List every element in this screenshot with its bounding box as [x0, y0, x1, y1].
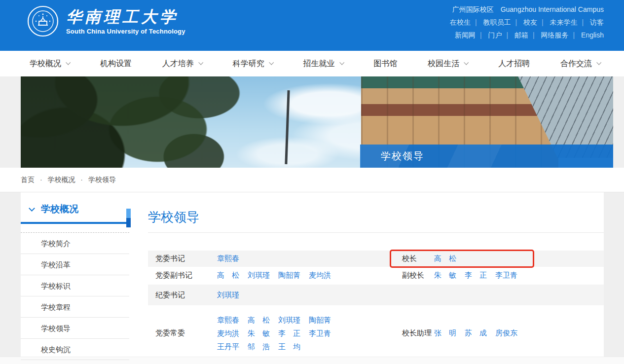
- row-label: 纪委书记: [148, 291, 217, 300]
- sidebar-header[interactable]: 学校概况: [21, 203, 129, 224]
- banner-title: 学校领导: [381, 149, 424, 163]
- name-list: 麦均洪朱 敏李 正李卫青: [217, 327, 339, 340]
- nav-item-education[interactable]: 人才培养: [162, 59, 202, 69]
- sidebar-item-school-identity[interactable]: 学校标识: [21, 275, 129, 296]
- leader-name-link[interactable]: 麦均洪: [309, 271, 331, 279]
- row-label: 校长: [390, 254, 434, 263]
- name-list: 朱 敏李 正李卫青: [434, 271, 526, 280]
- leader-name-link[interactable]: 高 松: [248, 316, 270, 324]
- link-network-services[interactable]: 网络服务: [541, 31, 569, 39]
- content-area: 学校领导 党委书记 章熙春 校长 高 松 党委副书记: [129, 192, 604, 357]
- sidebar-header-label: 学校概况: [41, 203, 78, 216]
- link-portal[interactable]: 门户: [488, 31, 502, 39]
- leader-name-link[interactable]: 张 明: [434, 328, 456, 337]
- name-list: 王丹平邹 浩王 均: [217, 340, 339, 353]
- leader-name-link[interactable]: 高 松: [434, 254, 456, 262]
- table-row: 党委常委 章熙春高 松刘琪瑾陶韶菁 麦均洪朱 敏李 正李卫青 王丹平邹 浩王 均…: [148, 305, 604, 361]
- link-news[interactable]: 新闻网: [455, 31, 476, 39]
- chevron-down-icon: [198, 60, 203, 65]
- breadcrumb-school-overview[interactable]: 学校概况: [47, 176, 75, 183]
- separator: |: [533, 31, 535, 39]
- link-future-students[interactable]: 未来学生: [550, 18, 577, 26]
- nav-label: 人才培养: [162, 59, 194, 69]
- nav-item-research[interactable]: 科学研究: [233, 59, 273, 69]
- chevron-down-icon: [269, 60, 274, 65]
- university-logo[interactable]: 华南理工大学 South China University of Technol…: [27, 5, 185, 37]
- name-list: 刘琪瑾: [217, 291, 248, 300]
- separator: |: [475, 18, 477, 26]
- leader-name-link[interactable]: 李 正: [278, 329, 300, 337]
- nav-item-admissions[interactable]: 招生就业: [303, 59, 343, 69]
- link-faculty-staff[interactable]: 教职员工: [483, 18, 511, 26]
- topbar-row-campus: 广州国际校区 Guangzhou International Campus: [450, 3, 604, 16]
- row-label: 校长助理: [390, 328, 434, 338]
- banner-ribbon: 学校领导: [360, 145, 613, 168]
- sidebar-item-school-history[interactable]: 学校沿革: [21, 254, 129, 275]
- leader-name-link[interactable]: 李 正: [465, 271, 487, 279]
- nav-item-campus-life[interactable]: 校园生活: [428, 59, 468, 69]
- leader-name-link[interactable]: 邹 浩: [248, 342, 270, 351]
- sidebar-scroll-indicator-dark[interactable]: [126, 218, 131, 227]
- campus-link-zh[interactable]: 广州国际校区: [452, 5, 494, 13]
- cell-president: 校长 高 松: [390, 251, 604, 267]
- nav-item-recruitment[interactable]: 人才招聘: [498, 59, 530, 69]
- leader-name-link[interactable]: 高 松: [217, 271, 239, 279]
- leader-name-link[interactable]: 苏 成: [465, 328, 487, 337]
- nav-item-school-overview[interactable]: 学校概况: [30, 59, 70, 69]
- separator: |: [573, 31, 575, 39]
- leader-name-link[interactable]: 王 均: [278, 342, 300, 351]
- divider: [148, 232, 604, 233]
- cell-deputy-party-secretaries: 党委副书记 高 松刘琪瑾陶韶菁麦均洪: [148, 267, 390, 284]
- nav-item-library[interactable]: 图书馆: [373, 59, 397, 69]
- leader-name-link[interactable]: 房俊东: [495, 328, 517, 337]
- table-row: 党委副书记 高 松刘琪瑾陶韶菁麦均洪 副校长 朱 敏李 正李卫青: [148, 267, 604, 284]
- link-mail[interactable]: 邮箱: [514, 31, 528, 39]
- leader-name-link[interactable]: 刘琪瑾: [248, 271, 270, 279]
- nav-label: 图书馆: [373, 59, 397, 69]
- topbar-row-audience: 在校生| 教职员工| 校友| 未来学生| 访客: [450, 16, 604, 29]
- nav-item-organizations[interactable]: 机构设置: [100, 59, 132, 69]
- chevron-down-icon: [464, 60, 469, 65]
- leader-name-link[interactable]: 刘琪瑾: [217, 291, 239, 299]
- site-header: 华南理工大学 South China University of Technol…: [0, 0, 624, 51]
- leader-name-link[interactable]: 章熙春: [217, 316, 239, 324]
- cell-party-secretary: 党委书记 章熙春: [148, 251, 390, 267]
- leader-name-link[interactable]: 麦均洪: [217, 329, 239, 337]
- sidebar: 学校概况 学校简介 学校沿革 学校标识 学校章程 学校领导 校史钩沉: [21, 192, 129, 357]
- row-label: 副校长: [390, 271, 434, 280]
- row-label: 党委常委: [148, 328, 217, 338]
- banner-strip: 学校领导: [0, 76, 624, 168]
- breadcrumb: 首页 · 学校概况 · 学校领导: [0, 168, 624, 192]
- name-list: 高 松刘琪瑾陶韶菁麦均洪: [217, 271, 339, 280]
- link-visitors[interactable]: 访客: [590, 18, 604, 26]
- nav-label: 学校概况: [30, 59, 61, 69]
- separator: |: [542, 18, 544, 26]
- banner-trees: [21, 76, 282, 168]
- leader-name-link[interactable]: 李卫青: [495, 271, 517, 279]
- link-english[interactable]: English: [581, 31, 604, 39]
- leader-name-link[interactable]: 李卫青: [309, 329, 331, 337]
- leader-name-link[interactable]: 朱 敏: [248, 329, 270, 337]
- sidebar-item-school-leadership[interactable]: 学校领导: [21, 318, 129, 339]
- sidebar-item-school-charter[interactable]: 学校章程: [21, 296, 129, 318]
- nav-label: 人才招聘: [498, 59, 530, 69]
- separator: |: [515, 18, 517, 26]
- banner-photo: 学校领导: [21, 76, 613, 168]
- campus-link-en[interactable]: Guangzhou International Campus: [501, 5, 604, 13]
- link-current-students[interactable]: 在校生: [450, 18, 471, 26]
- main-section: 学校概况 学校简介 学校沿革 学校标识 学校章程 学校领导 校史钩沉 学校领导 …: [0, 192, 624, 357]
- table-row: 党委书记 章熙春 校长 高 松: [148, 251, 604, 267]
- leader-name-link[interactable]: 王丹平: [217, 342, 239, 351]
- leader-name-link[interactable]: 章熙春: [217, 254, 239, 262]
- sidebar-item-school-intro[interactable]: 学校简介: [21, 233, 129, 254]
- sidebar-item-history-archives[interactable]: 校史钩沉: [21, 339, 129, 360]
- link-alumni[interactable]: 校友: [523, 18, 537, 26]
- leader-name-link[interactable]: 陶韶菁: [278, 271, 300, 279]
- name-list: 高 松: [434, 254, 465, 263]
- nav-label: 校园生活: [428, 59, 459, 69]
- nav-item-cooperation[interactable]: 合作交流: [560, 59, 600, 69]
- leader-name-link[interactable]: 陶韶菁: [309, 316, 331, 324]
- leader-name-link[interactable]: 刘琪瑾: [278, 316, 300, 324]
- leader-name-link[interactable]: 朱 敏: [434, 271, 456, 279]
- breadcrumb-home[interactable]: 首页: [21, 176, 35, 183]
